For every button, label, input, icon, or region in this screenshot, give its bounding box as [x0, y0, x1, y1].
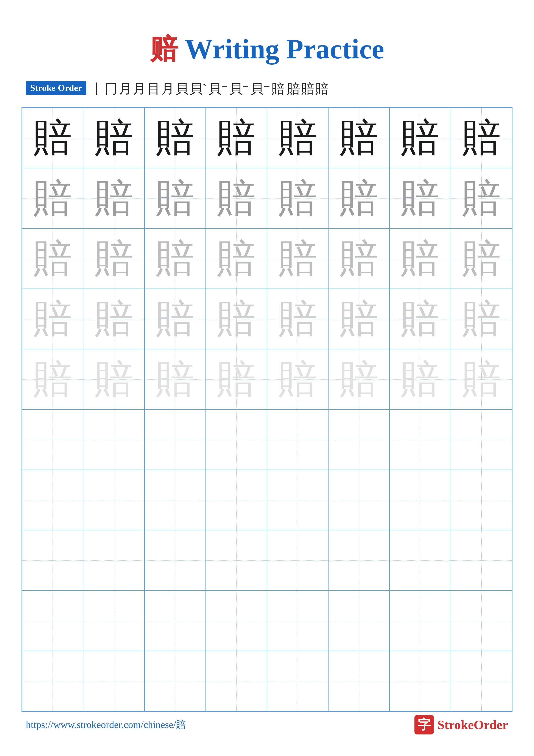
grid-cell-r8c7[interactable]	[390, 530, 451, 590]
grid-cell-r4c4[interactable]: 賠	[206, 289, 267, 349]
grid-cell-r7c5[interactable]	[267, 470, 328, 530]
grid-cell-r4c6[interactable]: 賠	[328, 289, 390, 349]
grid-cell-r8c1[interactable]	[22, 530, 83, 590]
grid-cell-r9c8[interactable]	[451, 590, 512, 651]
grid-cell-r5c3[interactable]: 賠	[144, 349, 206, 410]
grid-cell-r2c3[interactable]: 賠	[144, 168, 206, 229]
grid-cell-r4c8[interactable]: 賠	[451, 289, 512, 349]
grid-cell-r3c7[interactable]: 賠	[390, 229, 451, 289]
grid-cell-r5c8[interactable]: 賠	[451, 349, 512, 410]
footer-logo: 字 StrokeOrder	[415, 715, 508, 735]
grid-cell-r4c1[interactable]: 賠	[22, 289, 83, 349]
grid-cell-r6c2[interactable]	[83, 410, 144, 470]
title-character: 赔	[150, 33, 178, 65]
stroke-13: 賠	[287, 81, 300, 96]
stroke-11: 貝⁻	[250, 81, 270, 96]
grid-cell-r8c6[interactable]	[328, 530, 390, 590]
grid-cell-r2c7[interactable]: 賠	[390, 168, 451, 229]
grid-cell-r9c6[interactable]	[328, 590, 390, 651]
grid-cell-r10c8[interactable]	[451, 651, 512, 711]
grid-cell-r8c8[interactable]	[451, 530, 512, 590]
grid-cell-r4c7[interactable]: 賠	[390, 289, 451, 349]
grid-cell-r3c3[interactable]: 賠	[144, 229, 206, 289]
grid-cell-r6c7[interactable]	[390, 410, 451, 470]
stroke-14: 賠	[301, 81, 314, 96]
grid-cell-r9c7[interactable]	[390, 590, 451, 651]
grid-cell-r8c5[interactable]	[267, 530, 328, 590]
grid-cell-r9c2[interactable]	[83, 590, 144, 651]
practice-grid-container: 賠 賠 賠 賠 賠 賠 賠 賠 賠 賠 賠 賠 賠 賠 賠 賠 賠 賠 賠 賠 …	[0, 107, 534, 712]
grid-cell-r9c4[interactable]	[206, 590, 267, 651]
grid-cell-r3c8[interactable]: 賠	[451, 229, 512, 289]
grid-cell-r1c8[interactable]: 賠	[451, 108, 512, 168]
grid-cell-r7c8[interactable]	[451, 470, 512, 530]
grid-cell-r10c2[interactable]	[83, 651, 144, 711]
grid-cell-r10c5[interactable]	[267, 651, 328, 711]
grid-cell-r9c1[interactable]	[22, 590, 83, 651]
grid-cell-r3c4[interactable]: 賠	[206, 229, 267, 289]
grid-cell-r2c4[interactable]: 賠	[206, 168, 267, 229]
grid-cell-r5c5[interactable]: 賠	[267, 349, 328, 410]
grid-cell-r6c5[interactable]	[267, 410, 328, 470]
stroke-4: 月	[133, 81, 146, 96]
stroke-order-section: Stroke Order 丨 冂 月 月 目 月 貝 貝` 貝⁻ 貝⁻ 貝⁻ 賠…	[0, 81, 534, 96]
grid-cell-r4c3[interactable]: 賠	[144, 289, 206, 349]
grid-cell-r6c4[interactable]	[206, 410, 267, 470]
grid-cell-r10c1[interactable]	[22, 651, 83, 711]
grid-cell-r7c6[interactable]	[328, 470, 390, 530]
grid-cell-r8c2[interactable]	[83, 530, 144, 590]
grid-cell-r3c2[interactable]: 賠	[83, 229, 144, 289]
grid-cell-r10c6[interactable]	[328, 651, 390, 711]
footer-logo-icon: 字	[415, 715, 434, 735]
grid-cell-r10c3[interactable]	[144, 651, 206, 711]
grid-cell-r1c6[interactable]: 賠	[328, 108, 390, 168]
stroke-5: 目	[147, 81, 160, 96]
grid-cell-r8c4[interactable]	[206, 530, 267, 590]
grid-cell-r1c5[interactable]: 賠	[267, 108, 328, 168]
grid-cell-r1c3[interactable]: 賠	[144, 108, 206, 168]
stroke-15: 賠	[316, 81, 328, 96]
page-title: 赔 Writing Practice	[0, 0, 534, 68]
grid-cell-r2c8[interactable]: 賠	[451, 168, 512, 229]
grid-cell-r2c1[interactable]: 賠	[22, 168, 83, 229]
grid-cell-r9c5[interactable]	[267, 590, 328, 651]
grid-cell-r7c3[interactable]	[144, 470, 206, 530]
grid-cell-r5c4[interactable]: 賠	[206, 349, 267, 410]
footer-logo-text: StrokeOrder	[437, 717, 508, 732]
grid-cell-r1c7[interactable]: 賠	[390, 108, 451, 168]
grid-cell-r5c1[interactable]: 賠	[22, 349, 83, 410]
grid-cell-r2c2[interactable]: 賠	[83, 168, 144, 229]
grid-cell-r1c4[interactable]: 賠	[206, 108, 267, 168]
grid-cell-r7c1[interactable]	[22, 470, 83, 530]
grid-cell-r5c6[interactable]: 賠	[328, 349, 390, 410]
grid-cell-r4c2[interactable]: 賠	[83, 289, 144, 349]
grid-cell-r5c2[interactable]: 賠	[83, 349, 144, 410]
grid-cell-r3c1[interactable]: 賠	[22, 229, 83, 289]
grid-cell-r4c5[interactable]: 賠	[267, 289, 328, 349]
grid-cell-r1c2[interactable]: 賠	[83, 108, 144, 168]
grid-cell-r6c1[interactable]	[22, 410, 83, 470]
grid-cell-r9c3[interactable]	[144, 590, 206, 651]
grid-cell-r2c5[interactable]: 賠	[267, 168, 328, 229]
stroke-12: 賠	[272, 81, 285, 96]
stroke-order-badge: Stroke Order	[26, 81, 87, 95]
grid-cell-r10c4[interactable]	[206, 651, 267, 711]
grid-cell-r7c4[interactable]	[206, 470, 267, 530]
grid-cell-r1c1[interactable]: 賠	[22, 108, 83, 168]
grid-cell-r8c3[interactable]	[144, 530, 206, 590]
grid-cell-r7c7[interactable]	[390, 470, 451, 530]
grid-cell-r6c6[interactable]	[328, 410, 390, 470]
title-text: Writing Practice	[178, 33, 384, 65]
grid-cell-r7c2[interactable]	[83, 470, 144, 530]
stroke-6: 月	[161, 81, 174, 96]
grid-cell-r10c7[interactable]	[390, 651, 451, 711]
grid-cell-r2c6[interactable]: 賠	[328, 168, 390, 229]
grid-cell-r3c6[interactable]: 賠	[328, 229, 390, 289]
practice-grid: 賠 賠 賠 賠 賠 賠 賠 賠 賠 賠 賠 賠 賠 賠 賠 賠 賠 賠 賠 賠 …	[21, 107, 513, 712]
grid-cell-r3c5[interactable]: 賠	[267, 229, 328, 289]
footer-url[interactable]: https://www.strokeorder.com/chinese/賠	[26, 718, 186, 731]
grid-cell-r6c8[interactable]	[451, 410, 512, 470]
stroke-9: 貝⁻	[208, 81, 228, 96]
grid-cell-r5c7[interactable]: 賠	[390, 349, 451, 410]
grid-cell-r6c3[interactable]	[144, 410, 206, 470]
